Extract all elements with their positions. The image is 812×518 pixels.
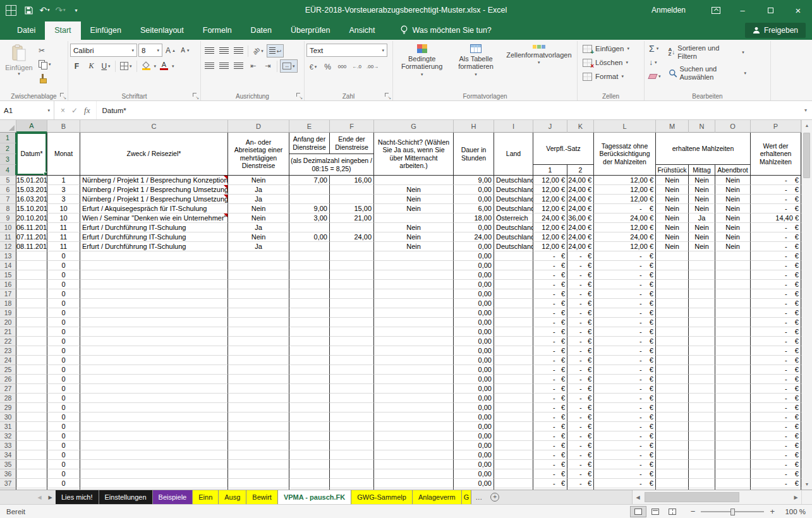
cell-F34[interactable] bbox=[330, 450, 374, 460]
cell-D37[interactable] bbox=[228, 479, 289, 488]
cell-P21[interactable]: - € bbox=[751, 327, 801, 337]
cell-P19[interactable]: - € bbox=[751, 308, 801, 318]
cell-P32[interactable]: - € bbox=[751, 431, 801, 441]
cell-M20[interactable] bbox=[656, 318, 689, 327]
cell-O23[interactable] bbox=[715, 346, 751, 356]
cell-E28[interactable] bbox=[289, 394, 330, 403]
find-select-button[interactable]: Suchen und Auswählen▾ bbox=[666, 63, 749, 83]
sheet-tab-beispiele[interactable]: Beispiele bbox=[153, 490, 193, 504]
column-header-C[interactable]: C bbox=[80, 120, 228, 133]
cell-E13[interactable] bbox=[289, 251, 330, 261]
cell-K11[interactable]: 24,00 € bbox=[567, 232, 594, 242]
row-header-6[interactable]: 6 bbox=[0, 185, 16, 195]
cell-A5[interactable]: 15.01.2018 bbox=[16, 176, 47, 185]
zoom-slider[interactable] bbox=[701, 507, 764, 516]
cell-F12[interactable] bbox=[330, 242, 374, 251]
cell-A22[interactable] bbox=[16, 337, 47, 346]
cell-P9[interactable]: 14,40 € bbox=[751, 214, 801, 223]
sheet-tab-bewirt[interactable]: Bewirt bbox=[246, 490, 278, 504]
cell-J20[interactable]: - € bbox=[533, 318, 567, 327]
cell-K6[interactable]: 24,00 € bbox=[567, 185, 594, 195]
cell-G38[interactable] bbox=[374, 488, 454, 490]
cell-A12[interactable]: 08.11.2018 bbox=[16, 242, 47, 251]
cell-F25[interactable] bbox=[330, 365, 374, 375]
row-header-30[interactable]: 30 bbox=[0, 413, 16, 422]
cell-K21[interactable]: - € bbox=[567, 327, 594, 337]
cell-P18[interactable]: - € bbox=[751, 299, 801, 308]
customize-qat-button[interactable]: ▾ bbox=[68, 1, 84, 19]
cell-O27[interactable] bbox=[715, 384, 751, 394]
cell-E24[interactable] bbox=[289, 356, 330, 365]
sheet-tab-einn[interactable]: Einn bbox=[193, 490, 219, 504]
cell-H38[interactable]: 0,00 bbox=[454, 488, 494, 490]
cell-G5[interactable] bbox=[374, 176, 454, 185]
row-header-4[interactable]: 4 bbox=[0, 165, 16, 176]
sheet-tab-g[interactable]: G bbox=[462, 490, 472, 504]
header-cell-tagessatz[interactable]: Tagessatz ohne Berücksichtigung der Mahl… bbox=[594, 133, 656, 176]
cell-F5[interactable]: 16,00 bbox=[330, 176, 374, 185]
cell-P15[interactable]: - € bbox=[751, 270, 801, 280]
cell-F37[interactable] bbox=[330, 479, 374, 488]
cell-D10[interactable]: Ja bbox=[228, 223, 289, 232]
cell-B8[interactable]: 10 bbox=[47, 204, 80, 214]
cell-I7[interactable]: Deutschland bbox=[494, 195, 533, 204]
cell-H33[interactable]: 0,00 bbox=[454, 441, 494, 450]
cell-C18[interactable] bbox=[80, 299, 228, 308]
cell-M23[interactable] bbox=[656, 346, 689, 356]
cell-L19[interactable]: - € bbox=[594, 308, 656, 318]
row-header-34[interactable]: 34 bbox=[0, 450, 16, 460]
cell-D30[interactable] bbox=[228, 413, 289, 422]
cell-B24[interactable]: 0 bbox=[47, 356, 80, 365]
cell-I29[interactable] bbox=[494, 403, 533, 413]
cell-N29[interactable] bbox=[689, 403, 715, 413]
align-top-button[interactable] bbox=[203, 44, 216, 57]
column-header-A[interactable]: A bbox=[16, 120, 47, 133]
cell-K26[interactable]: - € bbox=[567, 375, 594, 384]
cell-P29[interactable]: - € bbox=[751, 403, 801, 413]
cell-G15[interactable] bbox=[374, 270, 454, 280]
cell-G19[interactable] bbox=[374, 308, 454, 318]
grow-font-button[interactable]: A▲ bbox=[164, 44, 178, 57]
sheet-nav-left-button[interactable]: ◀ bbox=[34, 490, 45, 504]
vertical-scrollbar[interactable]: ▲ ▼ bbox=[801, 120, 812, 490]
cell-P11[interactable]: - € bbox=[751, 232, 801, 242]
cell-E16[interactable] bbox=[289, 280, 330, 289]
cell-D21[interactable] bbox=[228, 327, 289, 337]
cell-L25[interactable]: - € bbox=[594, 365, 656, 375]
cell-F9[interactable]: 21,00 bbox=[330, 214, 374, 223]
cell-B23[interactable]: 0 bbox=[47, 346, 80, 356]
number-format-select[interactable]: Text▾ bbox=[306, 44, 387, 57]
cell-P24[interactable]: - € bbox=[751, 356, 801, 365]
cell-D12[interactable]: Ja bbox=[228, 242, 289, 251]
cell-D24[interactable] bbox=[228, 356, 289, 365]
cell-N6[interactable]: Nein bbox=[689, 185, 715, 195]
cell-N11[interactable]: Nein bbox=[689, 232, 715, 242]
cell-N7[interactable]: Nein bbox=[689, 195, 715, 204]
cell-C29[interactable] bbox=[80, 403, 228, 413]
cell-J12[interactable]: 12,00 € bbox=[533, 242, 567, 251]
row-header-21[interactable]: 21 bbox=[0, 327, 16, 337]
cell-G18[interactable] bbox=[374, 299, 454, 308]
cell-K34[interactable]: - € bbox=[567, 450, 594, 460]
cell-G12[interactable]: Nein bbox=[374, 242, 454, 251]
cell-D9[interactable]: Nein bbox=[228, 214, 289, 223]
cell-A29[interactable] bbox=[16, 403, 47, 413]
cell-B35[interactable]: 0 bbox=[47, 460, 80, 469]
cell-J37[interactable]: - € bbox=[533, 479, 567, 488]
cell-A17[interactable] bbox=[16, 289, 47, 299]
cell-K16[interactable]: - € bbox=[567, 280, 594, 289]
cell-I14[interactable] bbox=[494, 261, 533, 270]
sheet-tab-einstellungen[interactable]: Einstellungen bbox=[99, 490, 153, 504]
row-header-18[interactable]: 18 bbox=[0, 299, 16, 308]
cell-P22[interactable]: - € bbox=[751, 337, 801, 346]
cell-D11[interactable]: Nein bbox=[228, 232, 289, 242]
cell-J33[interactable]: - € bbox=[533, 441, 567, 450]
conditional-formatting-button[interactable]: Bedingte Formatierung▾ bbox=[395, 42, 449, 76]
cell-F24[interactable] bbox=[330, 356, 374, 365]
cell-B36[interactable]: 0 bbox=[47, 469, 80, 479]
cell-I9[interactable]: Österreich bbox=[494, 214, 533, 223]
cell-F6[interactable] bbox=[330, 185, 374, 195]
cell-D17[interactable] bbox=[228, 289, 289, 299]
cell-P5[interactable]: - € bbox=[751, 176, 801, 185]
ribbon-tab-ansicht[interactable]: Ansicht bbox=[340, 21, 385, 40]
